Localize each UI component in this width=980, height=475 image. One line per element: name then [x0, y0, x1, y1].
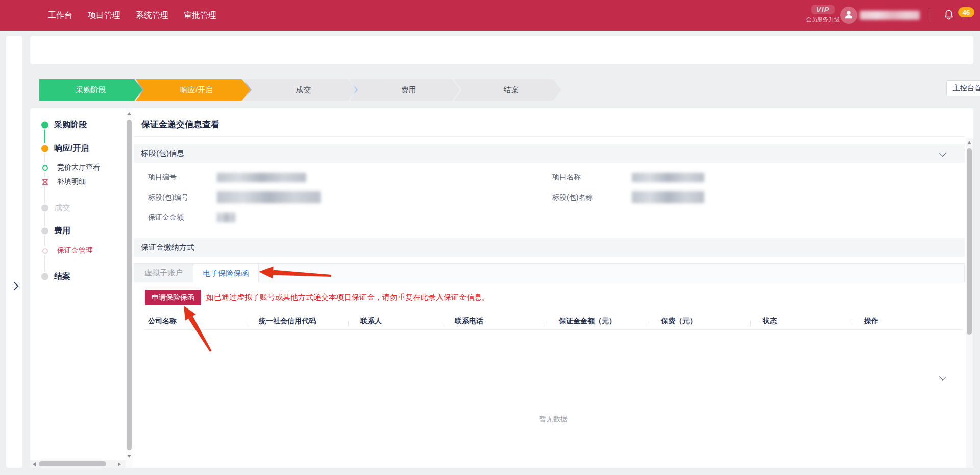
chevron-down-icon[interactable]	[939, 150, 946, 157]
main-vertical-scrollbar[interactable]	[966, 138, 973, 468]
ring-green-icon	[41, 163, 49, 172]
stage-dot-gray-icon	[41, 203, 49, 212]
col-credit-code: 统一社会信用代码	[247, 317, 348, 326]
label-deposit-amount: 保证金金额	[148, 213, 184, 222]
sidebar-item-deposit-mgmt[interactable]: 保证金管理	[41, 246, 93, 255]
tab-virtual-subaccount[interactable]: 虚拟子账户	[134, 264, 193, 282]
value-project-no-blurred	[217, 173, 306, 182]
step-response-open[interactable]: 响应/开启	[136, 79, 250, 101]
content-card: 采购阶段 响应/开启 竞价大厅查看 补填明细 成交	[30, 108, 973, 468]
value-package-no-blurred	[217, 191, 321, 203]
timeline-connector-done	[44, 129, 45, 143]
vip-caption: 会员服务升级	[799, 16, 846, 23]
col-contact-phone: 联系电话	[443, 317, 547, 326]
stage-timeline-sidebar: 采购阶段 响应/开启 竞价大厅查看 补填明细 成交	[30, 108, 126, 468]
sidebar-item-label: 保证金管理	[57, 246, 93, 255]
console-home-button[interactable]: 主控台首页	[946, 80, 980, 96]
section-title: 标段(包)信息	[141, 149, 184, 158]
sidebar-item-procurement[interactable]: 采购阶段	[41, 120, 87, 130]
nav-item-approval-mgmt[interactable]: 审批管理	[184, 10, 216, 21]
col-premium: 保费（元）	[649, 317, 750, 326]
step-label: 响应/开启	[180, 85, 213, 95]
apply-guarantee-button[interactable]: 申请保险保函	[145, 290, 201, 305]
person-icon	[843, 9, 854, 22]
nav-item-project-mgmt[interactable]: 项目管理	[88, 10, 120, 21]
page: 工作台 项目管理 系统管理 审批管理 VIP 会员服务升级 46	[0, 0, 980, 475]
scroll-up-arrow-icon[interactable]	[127, 112, 131, 115]
col-deposit-amount: 保证金金额（元）	[547, 317, 649, 326]
sidebar-item-deal[interactable]: 成交	[41, 203, 70, 213]
stage-dot-orange-icon	[41, 144, 49, 153]
step-label: 费用	[401, 85, 416, 95]
sidebar-item-label: 响应/开启	[54, 143, 89, 154]
sidebar-item-fee[interactable]: 费用	[41, 226, 70, 236]
section-title: 保证金缴纳方式	[141, 243, 194, 252]
nav-menu: 工作台 项目管理 系统管理 审批管理	[48, 0, 216, 31]
value-project-name-blurred	[632, 173, 704, 182]
scroll-up-arrow-icon[interactable]	[967, 141, 971, 144]
step-close[interactable]: 结案	[454, 79, 561, 101]
title-divider	[134, 136, 965, 137]
sidebar-item-label: 采购阶段	[54, 120, 87, 130]
nav-item-workbench[interactable]: 工作台	[48, 10, 72, 21]
hourglass-icon	[41, 177, 49, 186]
sidebar-item-label: 补填明细	[57, 177, 86, 186]
sidebar-item-label: 成交	[54, 203, 70, 213]
user-avatar[interactable]	[840, 7, 857, 24]
sidebar-item-label: 竞价大厅查看	[57, 163, 100, 172]
value-deposit-amount-blurred	[217, 213, 235, 222]
scroll-left-arrow-icon[interactable]	[33, 462, 36, 466]
col-company-name: 公司名称	[144, 317, 247, 326]
header-card: ← 主控台首页	[30, 36, 973, 64]
left-collapse-panel	[6, 36, 22, 468]
pay-method-tabs: 虚拟子账户 电子保险保函	[134, 263, 965, 282]
ring-pink-icon	[41, 246, 49, 255]
sidebar-item-close[interactable]: 结案	[41, 271, 70, 282]
guarantee-table-header: 公司名称 统一社会信用代码 联系人 联系电话 保证金金额（元） 保费（元） 状态…	[144, 313, 963, 330]
nav-divider	[930, 9, 930, 22]
sidebar-item-label: 结案	[54, 271, 70, 282]
label-package-no: 标段(包)编号	[148, 193, 188, 202]
label-project-name: 项目名称	[552, 173, 581, 182]
label-package-name: 标段(包)名称	[552, 193, 593, 202]
top-nav: 工作台 项目管理 系统管理 审批管理 VIP 会员服务升级 46	[0, 0, 980, 31]
step-label: 成交	[296, 85, 311, 95]
empty-state-text: 暂无数据	[144, 415, 963, 424]
sidebar-item-fill-details[interactable]: 补填明细	[41, 177, 86, 186]
notification-bell-icon[interactable]	[943, 8, 956, 22]
scrollbar-thumb[interactable]	[39, 461, 106, 466]
col-status: 状态	[750, 317, 852, 326]
chevron-down-icon[interactable]	[939, 373, 946, 381]
step-deal[interactable]: 成交	[243, 79, 356, 101]
scroll-down-arrow-icon[interactable]	[127, 455, 131, 458]
step-fee[interactable]: 费用	[350, 79, 460, 101]
value-package-name-blurred	[632, 191, 704, 203]
stage-dot-gray-icon	[41, 272, 49, 281]
vip-upgrade[interactable]: VIP 会员服务升级	[799, 5, 846, 23]
sidebar-item-bidding-hall[interactable]: 竞价大厅查看	[41, 163, 100, 172]
notification-count-badge[interactable]: 46	[958, 7, 974, 17]
stage-dot-gray-icon	[41, 226, 49, 235]
page-title: 保证金递交信息查看	[141, 118, 219, 130]
section-bid-info-header[interactable]: 标段(包)信息	[134, 144, 965, 163]
col-contact-person: 联系人	[348, 317, 443, 326]
stage-dot-green-icon	[41, 120, 49, 129]
scroll-right-arrow-icon[interactable]	[118, 462, 121, 466]
label-project-no: 项目编号	[148, 173, 177, 182]
sidebar-item-response-open[interactable]: 响应/开启	[41, 143, 89, 154]
main-panel: 保证金递交信息查看 标段(包)信息 项目编号 项目名称 标段(包)编号 标段(包…	[134, 108, 965, 468]
vip-icon: VIP	[811, 5, 834, 14]
duplicate-deposit-warning: 如已通过虚拟子账号或其他方式递交本项目保证金，请勿重复在此录入保证金信息。	[206, 290, 489, 305]
sidebar-item-label: 费用	[54, 226, 70, 236]
section-pay-method-header[interactable]: 保证金缴纳方式	[134, 238, 965, 257]
username-blurred	[860, 11, 920, 20]
sidebar-vertical-scrollbar[interactable]	[126, 108, 133, 468]
sidebar-horizontal-scrollbar[interactable]	[30, 460, 126, 468]
scrollbar-thumb[interactable]	[127, 120, 132, 450]
step-label: 采购阶段	[76, 85, 106, 95]
expand-chevron-icon[interactable]	[10, 282, 19, 291]
step-procurement[interactable]: 采购阶段	[39, 79, 142, 101]
tab-electronic-guarantee[interactable]: 电子保险保函	[193, 264, 259, 283]
nav-item-system-mgmt[interactable]: 系统管理	[136, 10, 168, 21]
scrollbar-thumb[interactable]	[967, 148, 972, 335]
